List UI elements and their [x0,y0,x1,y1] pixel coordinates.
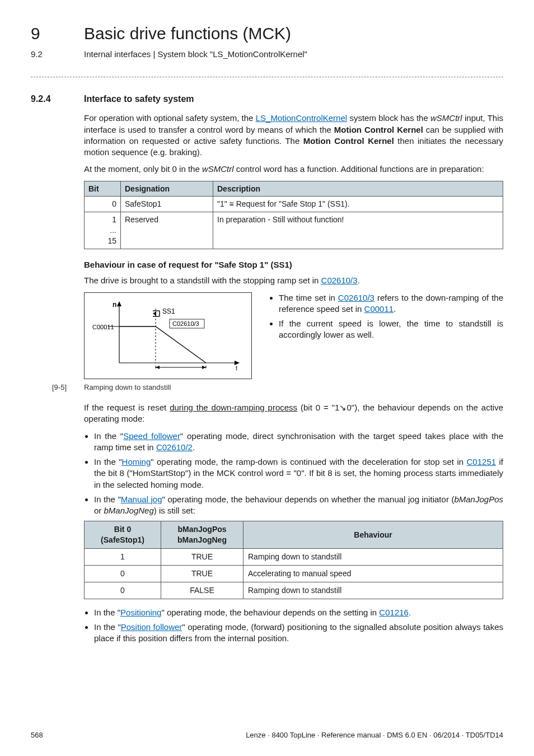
link-homing[interactable]: Homing [122,457,151,466]
col-description: Description [213,181,503,197]
footer-right: Lenze · 8400 TopLine · Reference manual … [246,730,503,740]
cell-bmanjog: TRUE [161,549,243,566]
cell-designation: Reserved [121,212,213,249]
text: The time set in [279,293,338,302]
link-c02610-3[interactable]: C02610/3 [321,276,358,285]
figure-note-item: The time set in C02610/3 refers to the d… [279,292,503,315]
cell-description: "1" ≡ Request for "Safe Stop 1" (SS1). [213,197,503,212]
table-row: 1 TRUE Ramping down to standstill [85,549,503,566]
ss1-label: SS1 [162,307,175,315]
subsection-number: 9.2.4 [31,93,84,105]
link-c01216[interactable]: C01216 [379,608,409,617]
col-bit0: Bit 0 (SafeStop1) [85,521,161,549]
list-item: In the "Speed follower" operating mode, … [94,431,503,454]
bits-table: Bit Designation Description 0 SafeStop1 … [84,181,503,249]
svg-marker-9 [153,311,156,316]
svg-marker-14 [156,366,160,369]
table-header-row: Bit Designation Description [85,181,503,197]
bold-motion-control-kernel: Motion Control Kernel [303,136,394,146]
col-behaviour: Behaviour [243,521,503,549]
text: For operation with optional safety syste… [84,113,256,123]
text: " operating mode, the ramp-down is conti… [151,457,466,466]
underline-during-ramp: during the down-ramping process [170,403,297,412]
list-item: In the "Homing" operating mode, the ramp… [94,456,503,491]
chapter-number: 9 [31,22,84,45]
c00011-label: C00011 [92,324,114,330]
figure-note-item: If the current speed is lower, the time … [279,318,503,341]
text: At the moment, only bit 0 in the [84,164,202,174]
ramp-code-label: C02610/3 [172,320,199,327]
text: system block has the [347,113,430,123]
subsection-heading: 9.2.4Interface to safety system [31,93,503,105]
paragraph-bit0: At the moment, only bit 0 in the wSMCtrl… [84,164,503,175]
chapter-title: Basic drive functions (MCK) [84,24,291,43]
link-ls-motioncontrolkernel[interactable]: LS_MotionControlKernel [256,113,347,123]
cell-designation: SafeStop1 [121,197,213,212]
figure-ramping: n C00011 SS1 C02610/3 t [84,292,252,379]
link-positioning[interactable]: Positioning [120,608,161,617]
caption-text: Ramping down to standstill [84,383,171,391]
cell-bmanjog: TRUE [161,566,243,582]
bold-motion-control-kernel: Motion Control Kernel [334,125,423,134]
link-c01251[interactable]: C01251 [467,457,496,466]
col-bit: Bit [85,181,121,197]
list-item: In the "Position follower" operating mod… [94,622,503,645]
header-divider [31,77,503,77]
subsection-title: Interface to safety system [84,94,194,104]
figure-svg: n C00011 SS1 C02610/3 t [91,298,245,374]
figure-caption: [9-5]Ramping down to standstill [52,382,503,393]
link-c02610-3[interactable]: C02610/3 [338,293,374,302]
cell-behaviour: Ramping down to standstill [243,549,503,566]
behaviour-heading: Behaviour in case of request for "Safe S… [84,259,503,270]
emphasis-wsmctrl: wSMCtrl [430,113,462,123]
text: If the request is reset [84,403,170,412]
text: . [358,276,360,285]
svg-marker-15 [202,366,206,369]
mode-bullets-2: In the "Positioning" operating mode, the… [84,607,503,645]
svg-marker-1 [117,301,121,306]
cell-bmanjog: FALSE [161,582,243,599]
text: . [394,304,396,314]
cell-behaviour: Accelerating to manual speed [243,566,503,582]
col-designation: Designation [121,181,213,197]
section-title: Internal interfaces | System block "LS_M… [84,49,307,59]
link-position-follower[interactable]: Position follower [121,622,182,632]
mode-bullets: In the "Speed follower" operating mode, … [84,431,503,517]
table-row: 0 TRUE Accelerating to manual speed [85,566,503,582]
text: In the " [94,608,120,617]
emphasis-bmanjogneg: bManJogNeg [104,506,154,515]
list-item: In the "Manual jog" operating mode, the … [94,494,503,517]
section-number: 9.2 [31,49,84,60]
table-row: 0 SafeStop1 "1" ≡ Request for "Safe Stop… [85,197,503,212]
table-header-row: Bit 0 (SafeStop1) bManJogPos bManJogNeg … [85,521,503,549]
cell-bit0: 0 [85,566,161,582]
link-manual-jog[interactable]: Manual jog [121,494,162,504]
cell-bit: 0 [85,197,121,212]
list-item: In the "Positioning" operating mode, the… [94,607,503,618]
link-c00011[interactable]: C00011 [364,304,394,314]
text: . [409,608,411,617]
axis-n-label: n [113,301,116,309]
paragraph-reset: If the request is reset during the down-… [84,402,503,425]
text: " operating mode, the behaviour depends … [162,494,455,504]
text: ) is still set: [154,506,195,515]
page-footer: 568 Lenze · 8400 TopLine · Reference man… [31,730,503,740]
cell-bit: 1 ... 15 [85,212,121,249]
chapter-header: 9Basic drive functions (MCK) [31,22,503,45]
text: or [94,506,104,515]
text: " operating mode, the behaviour depends … [161,608,379,617]
text: control word has a function. Additional … [234,164,484,174]
emphasis-wsmctrl: wSMCtrl [202,164,234,174]
text: In the " [94,622,121,632]
col-bmanjog: bManJogPos bManJogNeg [161,521,243,549]
text: The drive is brought to a standstill wit… [84,276,321,285]
axis-t-label: t [236,365,237,371]
link-speed-follower[interactable]: Speed follower [123,431,180,441]
cell-behaviour: Ramping down to standstill [243,582,503,599]
page-number: 568 [31,730,43,740]
link-c02610-2[interactable]: C02610/2 [156,442,193,452]
cell-bit0: 0 [85,582,161,599]
text: In the " [94,431,123,441]
cell-bit0: 1 [85,549,161,566]
figure-notes: The time set in C02610/3 refers to the d… [269,292,503,379]
